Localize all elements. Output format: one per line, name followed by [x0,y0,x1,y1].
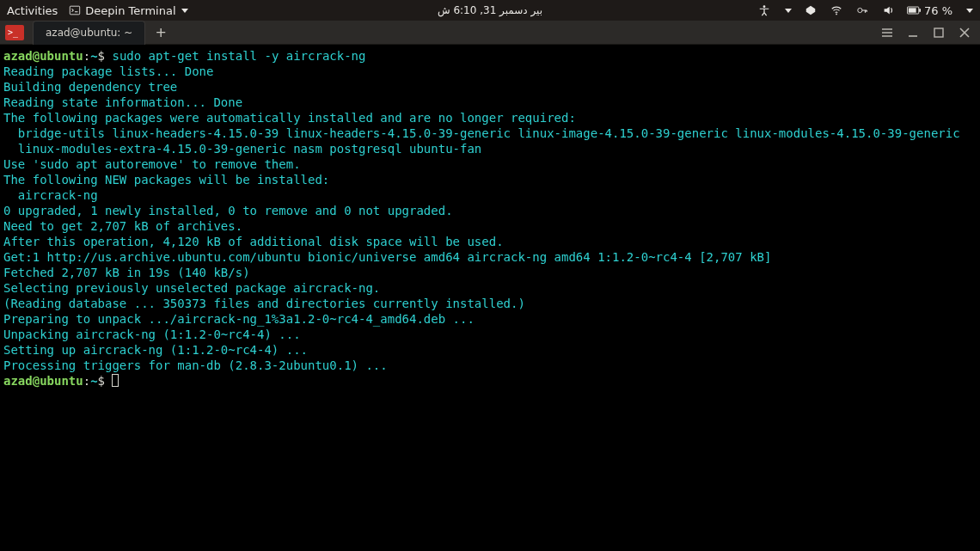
terminal-body[interactable]: azad@ubuntu:~$ sudo apt-get install -y a… [0,45,980,551]
app-menu-label: Deepin Terminal [85,4,175,17]
svg-rect-5 [919,9,921,12]
output-line: Setting up aircrack-ng (1:1.2-0~rc4-4) .… [3,342,977,358]
output-line: The following NEW packages will be insta… [3,172,977,187]
output-line: Need to get 2,707 kB of archives. [3,218,977,234]
chevron-down-icon [181,9,188,13]
output-line: Fetched 2,707 kB in 19s (140 kB/s) [3,265,977,280]
prompt-line: azad@ubuntu:~$ sudo apt-get install -y a… [3,48,977,64]
output-line: aircrack-ng [3,187,977,203]
menu-button[interactable] [880,26,894,40]
close-button[interactable] [958,26,971,40]
activities-button[interactable]: Activities [7,4,58,17]
prompt-path: ~ [90,49,97,63]
svg-point-3 [858,8,862,12]
output-line: Unpacking aircrack-ng (1:1.2-0~rc4-4) ..… [3,327,977,342]
battery-icon [907,3,921,17]
accessibility-icon[interactable] [757,3,771,17]
terminal-titlebar: azad@ubuntu: ~ + [0,21,980,45]
volume-icon[interactable] [881,3,895,17]
command: sudo apt-get install -y aircrack-ng [112,49,365,63]
prompt-user-host: azad@ubuntu [3,49,83,63]
chevron-down-icon [966,9,973,13]
output-line: Preparing to unpack .../aircrack-ng_1%3a… [3,311,977,327]
output-line: 0 upgraded, 1 newly installed, 0 to remo… [3,203,977,218]
wifi-icon[interactable] [830,3,843,17]
user-icon[interactable] [804,3,818,17]
battery-percent: 76 % [924,4,952,17]
gnome-top-bar: Activities Deepin Terminal بير دسمبر 31,… [0,0,980,21]
output-line: The following packages were automaticall… [3,110,977,126]
app-menu[interactable]: Deepin Terminal [68,3,187,17]
terminal-tab[interactable]: azad@ubuntu: ~ [33,21,145,45]
output-line: Selecting previously unselected package … [3,280,977,296]
output-line: Reading package lists... Done [3,64,977,79]
svg-rect-7 [934,28,943,37]
app-icon [5,25,24,40]
clock[interactable]: بير دسمبر 31, 6:10 ش [438,4,542,16]
output-line: linux-modules-extra-4.15.0-39-generic na… [3,141,977,156]
output-line: Reading state information... Done [3,95,977,110]
output-line: Processing triggers for man-db (2.8.3-2u… [3,358,977,373]
svg-point-1 [763,5,766,8]
battery-indicator[interactable]: 76 % [907,3,952,17]
minimize-button[interactable] [906,26,920,40]
svg-point-2 [836,14,837,15]
new-tab-button[interactable]: + [150,22,171,43]
output-line: bridge-utils linux-headers-4.15.0-39 lin… [3,126,977,141]
tab-title: azad@ubuntu: ~ [46,27,132,39]
vpn-key-icon[interactable] [855,3,869,17]
svg-rect-6 [909,8,916,12]
chevron-down-icon [785,9,792,13]
svg-rect-0 [70,6,80,15]
maximize-button[interactable] [932,26,946,40]
output-line: Get:1 http://us.archive.ubuntu.com/ubunt… [3,249,977,265]
output-line: Building dependency tree [3,79,977,95]
output-line: (Reading database ... 350373 files and d… [3,296,977,311]
output-line: After this operation, 4,120 kB of additi… [3,234,977,249]
prompt-line: azad@ubuntu:~$ [3,373,977,389]
output-line: Use 'sudo apt autoremove' to remove them… [3,156,977,172]
cursor [112,374,119,387]
terminal-icon [68,3,82,17]
